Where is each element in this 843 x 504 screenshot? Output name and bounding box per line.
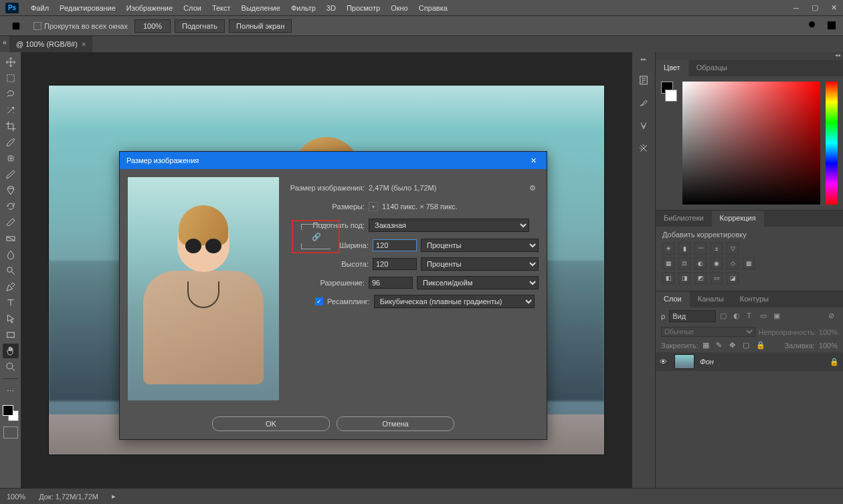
menu-view[interactable]: Просмотр xyxy=(341,1,385,15)
quick-mask-toggle[interactable] xyxy=(3,426,18,438)
fill-value[interactable]: 100% xyxy=(819,342,838,350)
lock-pixels-icon[interactable]: ✎ xyxy=(716,341,725,350)
layer-name-label[interactable]: Фон xyxy=(700,358,824,366)
menu-layer[interactable]: Слои xyxy=(178,1,207,15)
foreground-color-swatch[interactable] xyxy=(3,405,13,416)
window-maximize-icon[interactable]: ▢ xyxy=(806,0,824,16)
expand-dock-icon[interactable]: ▸▸ xyxy=(632,56,655,64)
menu-window[interactable]: Окно xyxy=(385,1,413,15)
menu-image[interactable]: Изображение xyxy=(121,1,178,15)
edit-toolbar-icon[interactable]: ⋯ xyxy=(3,384,19,398)
color-picker-field[interactable] xyxy=(682,82,820,205)
width-input[interactable] xyxy=(373,239,417,251)
status-zoom[interactable]: 100% xyxy=(7,493,25,501)
brush-settings-icon[interactable] xyxy=(637,96,650,110)
filter-smart-icon[interactable]: ▣ xyxy=(773,311,783,321)
photo-filter-icon[interactable]: ◉ xyxy=(711,257,723,269)
dimensions-popup-icon[interactable]: ▾ xyxy=(369,202,378,211)
resample-method-select[interactable]: Бикубическая (плавные градиенты) xyxy=(374,295,535,308)
filter-type-icon[interactable]: T xyxy=(747,311,756,321)
tab-layers[interactable]: Слои xyxy=(656,291,690,307)
filter-adjust-icon[interactable]: ◐ xyxy=(733,311,743,321)
dialog-settings-icon[interactable]: ⚙ xyxy=(529,184,536,193)
eyedropper-tool[interactable] xyxy=(3,135,19,150)
tab-swatches[interactable]: Образцы xyxy=(688,60,735,76)
gradient-map-icon[interactable]: ▭ xyxy=(711,272,723,284)
type-tool[interactable] xyxy=(3,295,19,310)
filter-toggle-icon[interactable]: ⊘ xyxy=(828,311,838,321)
fit-screen-button[interactable]: Подогнать xyxy=(175,19,225,33)
collapse-panels-icon[interactable]: ◂◂ xyxy=(656,52,843,60)
opacity-value[interactable]: 100% xyxy=(819,328,838,336)
crop-tool[interactable] xyxy=(3,119,19,134)
tab-adjustments[interactable]: Коррекция xyxy=(712,211,764,227)
tool-preset-button[interactable] xyxy=(5,19,27,33)
bg-color-mini[interactable] xyxy=(665,90,677,102)
collapse-tabs-icon[interactable]: « xyxy=(0,36,9,52)
selective-color-icon[interactable]: ◪ xyxy=(727,272,739,284)
tab-channels[interactable]: Каналы xyxy=(690,291,732,307)
ok-button[interactable]: OK xyxy=(212,416,330,431)
blend-mode-select[interactable]: Обычные xyxy=(661,327,755,337)
menu-edit[interactable]: Редактирование xyxy=(54,1,121,15)
channel-mixer-icon[interactable]: ◇ xyxy=(727,257,739,269)
vibrance-icon[interactable]: ▽ xyxy=(727,243,739,255)
lock-artboard-icon[interactable]: ▢ xyxy=(743,341,752,350)
menu-help[interactable]: Справка xyxy=(413,1,453,15)
close-tab-icon[interactable]: × xyxy=(82,40,86,48)
eraser-tool[interactable] xyxy=(3,215,19,230)
lock-position-icon[interactable]: ✥ xyxy=(729,341,739,350)
document-tab[interactable]: @ 100% (RGB/8#) × xyxy=(9,36,92,52)
blur-tool[interactable] xyxy=(3,247,19,262)
gradient-tool[interactable] xyxy=(3,231,19,246)
dodge-tool[interactable] xyxy=(3,263,19,278)
layer-filter-input[interactable] xyxy=(669,310,716,322)
color-swatches[interactable] xyxy=(3,405,19,421)
clone-stamp-tool[interactable] xyxy=(3,183,19,198)
levels-icon[interactable]: ▮ xyxy=(678,243,690,255)
height-input[interactable] xyxy=(373,258,417,270)
history-brush-tool[interactable] xyxy=(3,199,19,214)
filter-shape-icon[interactable]: ▭ xyxy=(760,311,769,321)
lasso-tool[interactable] xyxy=(3,87,19,102)
history-panel-icon[interactable] xyxy=(637,74,650,87)
window-close-icon[interactable]: ✕ xyxy=(824,0,843,16)
dialog-preview[interactable] xyxy=(128,177,279,400)
exposure-icon[interactable]: ± xyxy=(711,243,723,255)
height-unit-select[interactable]: Проценты xyxy=(421,257,539,271)
menu-type[interactable]: Текст xyxy=(207,1,236,15)
move-tool[interactable] xyxy=(3,55,19,70)
menu-3d[interactable]: 3D xyxy=(321,1,341,15)
zoom-tool[interactable] xyxy=(3,360,19,374)
workspace-icon[interactable] xyxy=(826,19,838,33)
menu-file[interactable]: Файл xyxy=(25,1,54,15)
menu-select[interactable]: Выделение xyxy=(236,1,286,15)
tab-libraries[interactable]: Библиотеки xyxy=(656,211,712,227)
search-icon[interactable] xyxy=(807,19,819,33)
curves-icon[interactable]: 〰 xyxy=(694,243,707,255)
status-doc-size[interactable]: Док: 1,72M/1,72M xyxy=(39,493,98,501)
scroll-all-windows-checkbox[interactable]: Прокрутка во всех окнах xyxy=(31,22,130,30)
marquee-tool[interactable] xyxy=(3,71,19,86)
status-chevron-icon[interactable]: ▸ xyxy=(112,492,116,501)
posterize-icon[interactable]: ◨ xyxy=(678,272,690,284)
link-dimensions-icon[interactable]: 🔗 xyxy=(312,233,320,241)
color-lookup-icon[interactable]: ▩ xyxy=(743,257,755,269)
invert-icon[interactable]: ◧ xyxy=(662,272,674,284)
properties-panel-icon[interactable] xyxy=(637,142,650,155)
resample-checkbox[interactable]: ✓ xyxy=(315,297,323,305)
filter-pixel-icon[interactable]: ▢ xyxy=(720,311,729,321)
window-minimize-icon[interactable]: ─ xyxy=(787,0,806,16)
lock-all-icon[interactable]: 🔒 xyxy=(756,341,765,350)
fit-to-select[interactable]: Заказная xyxy=(369,219,529,232)
dialog-titlebar[interactable]: Размер изображения ✕ xyxy=(120,152,547,169)
layer-thumbnail[interactable] xyxy=(674,354,694,369)
layer-visibility-icon[interactable]: 👁 xyxy=(660,358,669,366)
zoom-level-field[interactable]: 100% xyxy=(134,19,171,33)
tab-paths[interactable]: Контуры xyxy=(732,291,777,307)
tab-color[interactable]: Цвет xyxy=(656,60,688,76)
hue-slider[interactable] xyxy=(826,82,838,205)
threshold-icon[interactable]: ◩ xyxy=(694,272,707,284)
magic-wand-tool[interactable] xyxy=(3,103,19,118)
lock-transparent-icon[interactable]: ▦ xyxy=(702,341,712,350)
